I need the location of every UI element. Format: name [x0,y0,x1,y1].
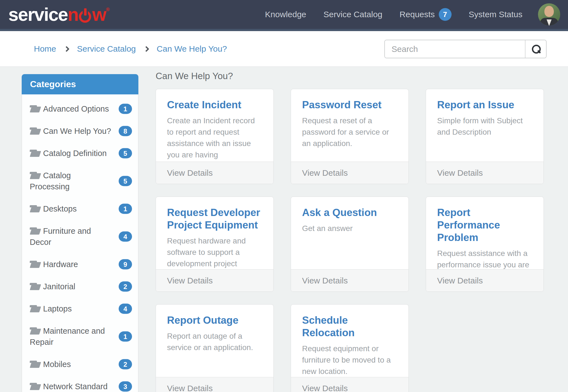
category-count-badge: 4 [119,304,132,314]
card-ask-a-question: Ask a Question Get an answer View Detail… [291,197,409,292]
view-details-button[interactable]: View Details [291,162,408,184]
nav-item-label: Knowledge [265,10,306,19]
card-create-incident: Create Incident Create an Incident recor… [156,89,274,184]
category-count-badge: 2 [119,359,132,370]
folder-open-icon [30,227,40,235]
chevron-right-icon [143,46,149,52]
view-details-button[interactable]: View Details [291,377,408,392]
category-count-badge: 3 [119,381,132,392]
card-report-outage: Report Outage Report an outage of a serv… [156,304,274,392]
trademark-symbol: ® [106,7,109,12]
logo-text-service: service [8,5,68,24]
card-body: Ask a Question Get an answer [291,197,408,269]
user-avatar[interactable] [538,3,560,26]
category-label: Laptops [43,304,72,313]
catalog-item-title-link[interactable]: Password Reset [302,99,397,111]
catalog-item-title-link[interactable]: Request Developer Project Equipment [167,206,262,231]
view-details-button[interactable]: View Details [426,162,544,184]
nav-item-label: Requests [400,10,435,19]
category-label: Maintenance and Repair [30,326,105,346]
category-count-badge: 1 [119,104,132,114]
catalog-item-title-link[interactable]: Schedule Relocation [302,314,397,339]
top-navbar: servicenw® Knowledge Service Catalog Req… [0,0,568,31]
catalog-item-description: Request assistance with a performance is… [437,248,532,269]
sidebar-item-laptops[interactable]: Laptops4 [22,298,138,320]
view-details-button[interactable]: View Details [156,377,273,392]
breadcrumb-service-catalog[interactable]: Service Catalog [77,44,136,54]
sidebar-item-can-we-help-you[interactable]: Can We Help You?8 [22,120,138,142]
logo-text-n: n [68,5,78,24]
sidebar-item-desktops[interactable]: Desktops1 [22,198,138,220]
search-input[interactable] [385,40,525,58]
navbar-menu: Knowledge Service Catalog Requests 7 Sys… [248,3,560,26]
folder-open-icon [30,150,40,157]
category-count-badge: 4 [119,232,132,242]
sidebar-item-hardware[interactable]: Hardware9 [22,253,138,275]
card-body: Create Incident Create an Incident recor… [156,89,273,162]
sidebar-item-catalog-processing[interactable]: Catalog Processing5 [22,164,138,198]
folder-open-icon [30,261,40,268]
category-label: Desktops [43,204,77,213]
catalog-item-description: Get an answer [302,223,397,234]
search-box [384,40,547,58]
card-body: Report Performance Problem Request assis… [426,197,544,269]
category-count-badge: 5 [119,148,132,159]
breadcrumb: Home Service Catalog Can We Help You? [34,31,227,67]
catalog-item-description: Request equipment or furniture to be mov… [302,343,397,377]
category-count-badge: 5 [119,176,132,186]
catalog-cards-grid: Create Incident Create an Incident recor… [156,89,545,392]
view-details-button[interactable]: View Details [156,162,273,184]
catalog-item-title-link[interactable]: Ask a Question [302,206,397,219]
sidebar-item-catalog-definition[interactable]: Catalog Definition5 [22,142,138,164]
breadcrumb-home[interactable]: Home [34,44,56,54]
breadcrumb-bar: Home Service Catalog Can We Help You? [0,31,568,67]
folder-open-icon [30,383,40,390]
folder-open-icon [30,305,40,312]
card-body: Schedule Relocation Request equipment or… [291,305,408,377]
folder-open-icon [30,205,40,212]
categories-sidebar: Categories Advanced Options1 Can We Help… [22,74,138,392]
card-password-reset: Password Reset Request a reset of a pass… [291,89,409,184]
catalog-item-description: Simple form with Subject and Description [437,115,532,138]
category-count-badge: 1 [119,331,132,342]
sidebar-item-maintenance-and-repair[interactable]: Maintenance and Repair1 [22,320,138,353]
breadcrumb-current-category[interactable]: Can We Help You? [157,44,227,54]
catalog-item-title-link[interactable]: Report Performance Problem [437,206,532,244]
view-details-button[interactable]: View Details [291,269,408,292]
chevron-right-icon [64,46,69,52]
search-button[interactable] [525,40,546,58]
categories-title: Categories [30,79,76,89]
requests-count-badge: 7 [439,8,452,21]
categories-header: Categories [22,74,138,94]
catalog-main: Can We Help You? Create Incident Create … [156,71,545,392]
view-details-button[interactable]: View Details [426,269,544,292]
catalog-item-description: Report an outage of a service or an appl… [167,330,262,353]
sidebar-item-furniture-and-decor[interactable]: Furniture and Decor4 [22,220,138,253]
category-count-badge: 2 [119,282,132,292]
servicenow-logo[interactable]: servicenw® [8,5,109,24]
card-body: Request Developer Project Equipment Requ… [156,197,273,269]
nav-item-requests[interactable]: Requests 7 [400,8,452,21]
sidebar-item-network-standard-changes[interactable]: Network Standard Changes3 [22,375,138,392]
category-count-badge: 8 [119,126,132,136]
category-label: Network Standard Changes [30,382,108,392]
category-label: Advanced Options [43,104,109,113]
sidebar-item-janitorial[interactable]: Janitorial2 [22,275,138,298]
card-report-an-issue: Report an Issue Simple form with Subject… [426,89,544,184]
sidebar-item-mobiles[interactable]: Mobiles2 [22,353,138,375]
nav-item-knowledge[interactable]: Knowledge [265,10,306,19]
sidebar-item-advanced-options[interactable]: Advanced Options1 [22,98,138,120]
view-details-button[interactable]: View Details [156,269,273,292]
nav-item-system-status[interactable]: System Status [469,10,522,19]
folder-open-icon [30,105,40,112]
category-label: Can We Help You? [43,127,111,135]
catalog-item-title-link[interactable]: Report an Issue [437,99,532,111]
nav-item-label: Service Catalog [323,10,382,19]
nav-item-service-catalog[interactable]: Service Catalog [323,10,382,19]
category-label: Catalog Definition [43,149,107,158]
nav-item-label: System Status [469,10,522,19]
catalog-item-description: Request hardware and software to support… [167,235,262,269]
catalog-item-title-link[interactable]: Create Incident [167,99,262,111]
categories-list: Advanced Options1 Can We Help You?8 Cata… [22,94,138,392]
catalog-item-title-link[interactable]: Report Outage [167,314,262,326]
